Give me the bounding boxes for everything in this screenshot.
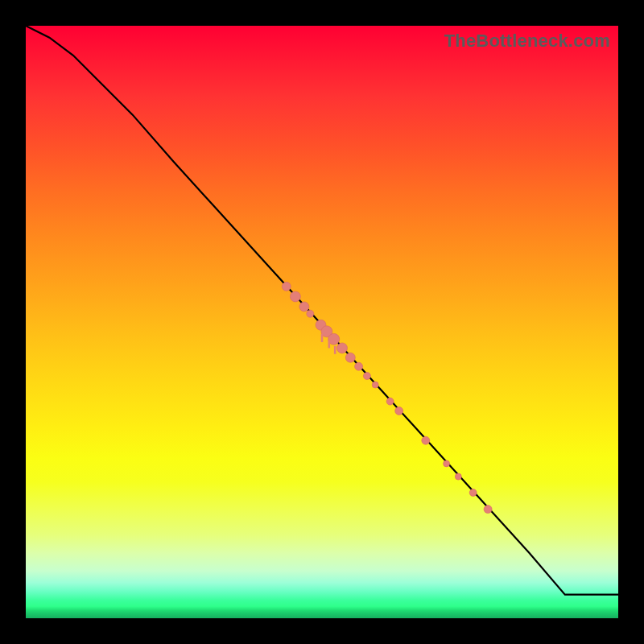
scatter-point xyxy=(395,407,403,415)
chart-frame: TheBottleneck.com xyxy=(0,0,644,644)
scatter-point xyxy=(455,473,461,480)
scatter-point xyxy=(386,398,394,405)
scatter-point xyxy=(363,373,370,380)
scatter-point xyxy=(444,460,450,467)
scatter-point xyxy=(484,506,492,514)
scatter-point xyxy=(372,382,378,388)
scatter-point xyxy=(299,302,309,312)
scatter-point xyxy=(469,489,477,497)
scatter-point xyxy=(282,282,291,291)
tick-mark xyxy=(328,340,331,348)
curve-line xyxy=(26,26,618,595)
scatter-point xyxy=(355,362,363,370)
tick-mark xyxy=(321,334,324,342)
scatter-point xyxy=(345,353,355,362)
scatter-point xyxy=(290,291,300,302)
scatter-point xyxy=(307,310,314,317)
scatter-point xyxy=(337,343,348,353)
plot-area: TheBottleneck.com xyxy=(26,26,618,618)
chart-svg xyxy=(26,26,618,618)
tick-mark xyxy=(334,346,336,354)
scatter-point xyxy=(422,436,430,444)
